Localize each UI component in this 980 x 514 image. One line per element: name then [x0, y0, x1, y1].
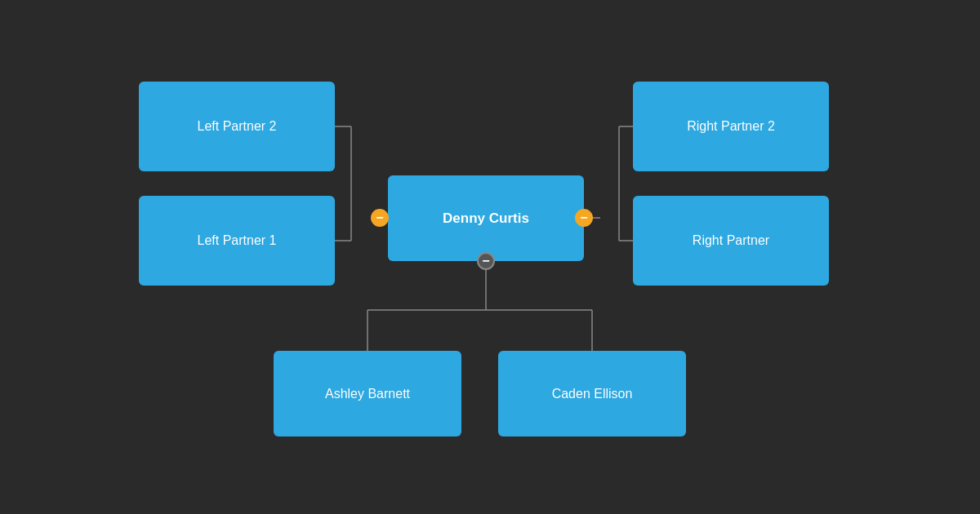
- left-partner-2-label: Left Partner 2: [198, 119, 277, 134]
- collapse-right-button[interactable]: [575, 209, 593, 227]
- child-1-node[interactable]: Ashley Barnett: [274, 351, 461, 436]
- right-partner-1-node[interactable]: Right Partner: [633, 196, 829, 286]
- child-2-label: Caden Ellison: [552, 387, 633, 401]
- child-1-label: Ashley Barnett: [325, 387, 410, 401]
- right-partner-2-label: Right Partner 2: [687, 119, 775, 134]
- collapse-bottom-button[interactable]: [477, 252, 495, 270]
- left-partner-1-node[interactable]: Left Partner 1: [139, 196, 335, 286]
- child-2-node[interactable]: Caden Ellison: [498, 351, 686, 436]
- collapse-left-button[interactable]: [371, 209, 389, 227]
- right-partner-2-node[interactable]: Right Partner 2: [633, 82, 829, 171]
- right-partner-1-label: Right Partner: [693, 233, 769, 248]
- center-node[interactable]: Denny Curtis: [388, 175, 584, 261]
- left-partner-1-label: Left Partner 1: [198, 233, 277, 248]
- diagram-container: Left Partner 2 Left Partner 1 Denny Curt…: [0, 0, 980, 514]
- left-partner-2-node[interactable]: Left Partner 2: [139, 82, 335, 171]
- center-label: Denny Curtis: [443, 210, 529, 227]
